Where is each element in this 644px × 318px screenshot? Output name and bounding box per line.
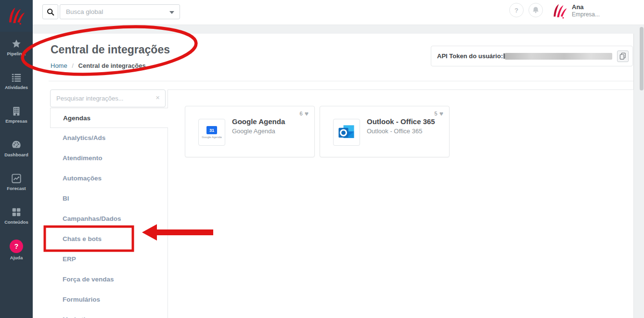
- gauge-icon: [11, 140, 22, 150]
- user-company: Empresa...: [572, 11, 600, 18]
- bell-icon: [532, 6, 540, 14]
- copy-token-button[interactable]: [617, 51, 629, 62]
- tab-marketing[interactable]: Marketing: [50, 310, 167, 318]
- account-menu[interactable]: Ana Empresa...: [572, 3, 600, 18]
- sidebar-item-empresas[interactable]: Empresas: [0, 102, 33, 136]
- google-calendar-icon: 31: [206, 126, 217, 134]
- api-token-redacted-value: [505, 53, 612, 60]
- sidebar-item-conteudos[interactable]: Conteúdos: [0, 203, 33, 237]
- integration-subtitle: Outlook - Office 365: [367, 127, 422, 135]
- integration-logo: 31 Google Agenda: [198, 119, 225, 146]
- sidebar-item-label: Pipelin...: [0, 51, 33, 56]
- likes-badge: 5 ♥: [435, 110, 443, 117]
- sidebar-item-pipelines[interactable]: Pipelin...: [0, 35, 33, 68]
- notifications-button[interactable]: [528, 3, 543, 17]
- tab-atendimento[interactable]: Atendimento: [50, 148, 167, 168]
- star-icon: [11, 38, 22, 49]
- tab-chats-e-bots[interactable]: Chats e bots: [50, 229, 167, 249]
- vertical-scrollbar[interactable]: [640, 27, 644, 90]
- copy-icon: [619, 52, 626, 60]
- outlook-icon: [336, 122, 357, 143]
- tab-campanhas-dados[interactable]: Campanhas/Dados: [50, 209, 167, 229]
- question-icon: ?: [10, 240, 23, 253]
- integration-logo: [333, 119, 360, 146]
- help-button[interactable]: ?: [509, 3, 524, 17]
- app-window: Pipelin... Atividades Empresas Dashboard: [0, 0, 644, 318]
- sidebar-item-label: Atividades: [0, 85, 33, 90]
- sidebar-item-label: Forecast: [0, 186, 33, 191]
- sidebar-item-label: Empresas: [0, 118, 33, 124]
- main-panel: Central de integrações Home / Central de…: [33, 34, 634, 318]
- tab-label: Marketing: [63, 316, 93, 318]
- help-icon: ?: [515, 7, 518, 14]
- breadcrumb-home-link[interactable]: Home: [51, 62, 67, 69]
- global-search-button[interactable]: [42, 4, 58, 19]
- tab-label: Atendimento: [63, 154, 103, 162]
- integration-subtitle: Google Agenda: [232, 127, 275, 135]
- tab-automacoes[interactable]: Automações: [50, 168, 167, 189]
- user-name: Ana: [572, 3, 600, 11]
- like-count: 6: [300, 111, 303, 116]
- chevron-down-icon[interactable]: [169, 11, 174, 14]
- breadcrumb-separator: /: [72, 62, 74, 69]
- tab-label: Automações: [63, 175, 102, 182]
- likes-badge: 6 ♥: [300, 110, 309, 117]
- building-icon: [11, 106, 22, 116]
- integration-title: Google Agenda: [232, 117, 285, 126]
- like-count: 5: [435, 111, 438, 116]
- sidebar-item-label: Ajuda: [0, 255, 33, 260]
- tab-label: Força de vendas: [63, 276, 114, 283]
- heart-icon[interactable]: ♥: [439, 110, 443, 117]
- category-tabs: Agendas Analytics/Ads Atendimento Automa…: [50, 108, 167, 318]
- tab-label: Analytics/Ads: [63, 134, 105, 141]
- integration-card-outlook[interactable]: 5 ♥ Outlook - Office 365 Outlook - Offic…: [320, 106, 450, 157]
- breadcrumb: Home / Central de integrações: [51, 62, 146, 69]
- integration-card-google-agenda[interactable]: 6 ♥ 31 Google Agenda Google Agenda Googl…: [185, 106, 315, 157]
- activity-list-icon: [11, 72, 22, 83]
- tab-label: Agendas: [63, 114, 90, 122]
- tab-agendas[interactable]: Agendas: [50, 108, 168, 128]
- tab-bi[interactable]: BI: [50, 189, 167, 209]
- piperun-logo-icon: [5, 6, 27, 26]
- api-token-card: API Token do usuário:: [431, 46, 633, 66]
- api-token-label: API Token do usuário:: [437, 52, 503, 60]
- logo-caption: Google Agenda: [202, 136, 221, 139]
- piperun-avatar-icon: [551, 2, 569, 20]
- sidebar-item-label: Conteúdos: [0, 219, 33, 225]
- sidebar-item-dashboard[interactable]: Dashboard: [0, 136, 33, 169]
- sidebar-item-atividades[interactable]: Atividades: [0, 68, 33, 102]
- trend-chart-icon: [11, 173, 22, 184]
- global-search-input[interactable]: [60, 4, 180, 19]
- tab-formularios[interactable]: Formulários: [50, 290, 167, 310]
- account-avatar[interactable]: [551, 2, 569, 20]
- search-icon: [46, 8, 55, 16]
- topbar: ? Ana Empresa...: [33, 0, 644, 25]
- tab-label: ERP: [63, 255, 76, 263]
- breadcrumb-current: Central de integrações: [78, 62, 146, 69]
- section-divider: [49, 81, 633, 81]
- clear-search-icon[interactable]: ✕: [155, 95, 160, 101]
- integrations-list-panel: 6 ♥ 31 Google Agenda Google Agenda Googl…: [167, 89, 634, 318]
- tab-label: BI: [63, 195, 69, 202]
- brand-logo[interactable]: [0, 0, 33, 32]
- integrations-search-input[interactable]: [50, 89, 166, 107]
- tab-forca-de-vendas[interactable]: Força de vendas: [50, 269, 167, 290]
- integration-title: Outlook - Office 365: [367, 117, 435, 126]
- tab-label: Formulários: [63, 296, 100, 303]
- grid-icon: [11, 207, 22, 217]
- tab-label: Chats e bots: [63, 235, 102, 242]
- heart-icon[interactable]: ♥: [305, 110, 309, 117]
- sidebar-item-ajuda[interactable]: ? Ajuda: [0, 237, 33, 270]
- tab-label: Campanhas/Dados: [63, 215, 121, 222]
- sidebar-item-forecast[interactable]: Forecast: [0, 169, 33, 203]
- sidebar: Pipelin... Atividades Empresas Dashboard: [0, 0, 33, 318]
- tab-erp[interactable]: ERP: [50, 249, 167, 269]
- sidebar-item-label: Dashboard: [0, 152, 33, 157]
- page-title: Central de integrações: [51, 43, 170, 56]
- tab-analytics-ads[interactable]: Analytics/Ads: [50, 128, 167, 148]
